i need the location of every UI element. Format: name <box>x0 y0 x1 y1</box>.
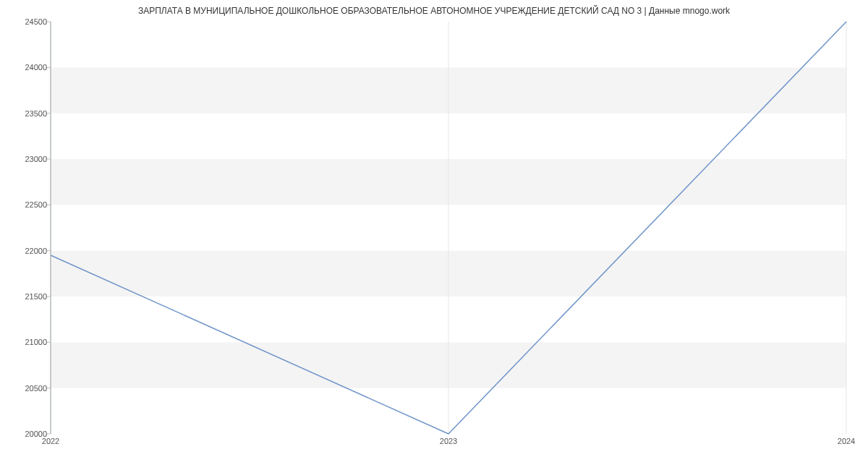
y-tick-label: 24000 <box>25 63 47 72</box>
y-tick-label: 20500 <box>25 384 47 393</box>
y-tick-label: 24500 <box>25 17 47 26</box>
y-tick-label: 23500 <box>25 109 47 118</box>
y-tick-label: 20000 <box>25 430 47 438</box>
y-tick-label: 23000 <box>25 155 47 163</box>
plot-svg <box>51 22 846 434</box>
salary-line-chart: ЗАРПЛАТА В МУНИЦИПАЛЬНОЕ ДОШКОЛЬНОЕ ОБРА… <box>0 0 868 470</box>
y-tick-label: 22000 <box>25 247 47 255</box>
y-tick-label: 22500 <box>25 200 47 209</box>
chart-title: ЗАРПЛАТА В МУНИЦИПАЛЬНОЕ ДОШКОЛЬНОЕ ОБРА… <box>0 6 868 16</box>
x-tick-label: 2023 <box>440 437 457 445</box>
y-tick-label: 21500 <box>25 292 47 301</box>
plot-area <box>51 22 846 434</box>
y-tick-label: 21000 <box>25 338 47 346</box>
x-tick-label: 2024 <box>838 437 855 445</box>
